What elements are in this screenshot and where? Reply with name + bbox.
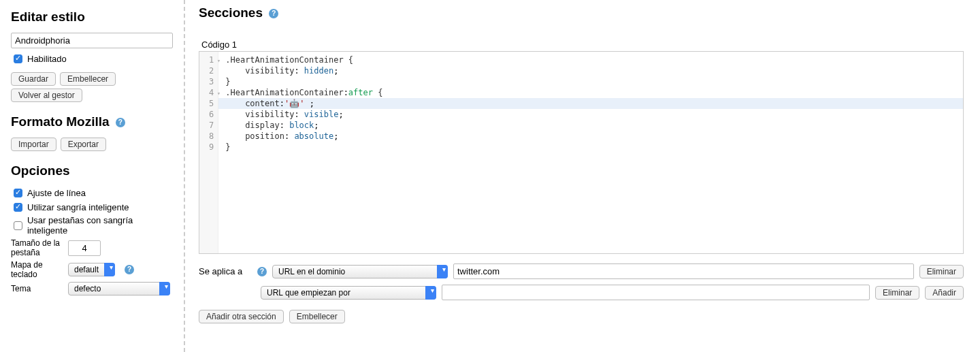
delete-rule-button[interactable]: Eliminar: [919, 265, 964, 278]
linewrap-label: Ajuste de línea: [27, 188, 86, 198]
linewrap-checkbox[interactable]: [14, 189, 22, 197]
rule-value-input[interactable]: [442, 285, 870, 300]
import-button[interactable]: Importar: [11, 138, 56, 151]
beautify-section-button[interactable]: Embellecer: [289, 310, 345, 323]
gutter: 1 2 3 4 5 6 7 8 9: [199, 52, 218, 253]
sections-heading: Secciones ?: [199, 5, 964, 20]
options-heading: Opciones: [11, 163, 174, 178]
smart-indent-checkbox[interactable]: [14, 203, 22, 212]
tabs-smart-label: Usar pestañas con sangría inteligente: [27, 215, 174, 236]
style-name-input[interactable]: [11, 33, 173, 48]
smart-indent-label: Utilizar sangría inteligente: [27, 202, 129, 212]
code-area[interactable]: .HeartAnimationContainer { visibility: h…: [218, 52, 963, 253]
sidebar: Editar estilo Habilitado Guardar Embelle…: [0, 0, 185, 352]
tab-size-label: Tamaño de la pestaña: [11, 238, 61, 257]
edit-style-heading: Editar estilo: [11, 10, 174, 25]
rule-type-select[interactable]: URL que empiezan por: [261, 286, 436, 300]
help-icon[interactable]: ?: [116, 118, 125, 127]
code-editor[interactable]: 1 2 3 4 5 6 7 8 9 .HeartAnimationContain…: [199, 51, 964, 254]
theme-select[interactable]: defecto: [68, 282, 170, 295]
back-to-manager-button[interactable]: Volver al gestor: [11, 89, 82, 102]
enabled-checkbox[interactable]: [14, 54, 22, 63]
keymap-select[interactable]: default: [68, 263, 115, 276]
tab-size-input[interactable]: [68, 240, 101, 256]
rule-type-select[interactable]: URL en el dominio: [272, 265, 448, 278]
help-icon[interactable]: ?: [125, 265, 134, 274]
add-rule-button[interactable]: Añadir: [925, 286, 964, 300]
keymap-label: Mapa de teclado: [11, 260, 61, 279]
export-button[interactable]: Exportar: [61, 138, 106, 151]
enabled-label: Habilitado: [27, 54, 67, 64]
theme-label: Tema: [11, 284, 61, 293]
rule-value-input[interactable]: [453, 263, 914, 279]
code-section-label: Código 1: [201, 39, 964, 50]
beautify-button[interactable]: Embellecer: [60, 72, 116, 86]
save-button[interactable]: Guardar: [11, 72, 56, 86]
applies-to-label: Se aplica a: [199, 266, 249, 276]
help-icon[interactable]: ?: [257, 267, 267, 276]
main-panel: Secciones ? Código 1 1 2 3 4 5 6 7 8 9 .…: [185, 0, 980, 352]
delete-rule-button[interactable]: Eliminar: [875, 286, 919, 300]
help-icon[interactable]: ?: [269, 9, 278, 18]
add-section-button[interactable]: Añadir otra sección: [199, 310, 284, 323]
mozilla-format-heading: Formato Mozilla ?: [11, 114, 174, 129]
tabs-smart-checkbox[interactable]: [14, 221, 22, 230]
